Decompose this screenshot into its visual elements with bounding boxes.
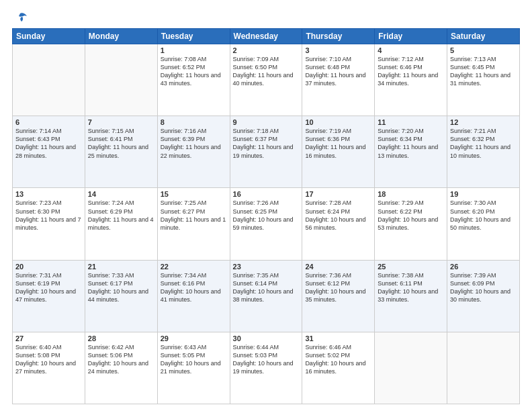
calendar-cell bbox=[375, 332, 447, 404]
header-thursday: Thursday bbox=[302, 29, 375, 44]
day-number: 24 bbox=[305, 263, 371, 271]
day-info: Sunrise: 7:25 AM Sunset: 6:27 PM Dayligh… bbox=[161, 199, 227, 232]
day-info: Sunrise: 7:36 AM Sunset: 6:12 PM Dayligh… bbox=[305, 271, 371, 304]
calendar-cell: 28Sunrise: 6:42 AM Sunset: 5:06 PM Dayli… bbox=[85, 332, 157, 404]
day-number: 20 bbox=[15, 263, 82, 271]
header-sunday: Sunday bbox=[13, 29, 85, 44]
day-number: 22 bbox=[161, 263, 227, 271]
day-info: Sunrise: 7:23 AM Sunset: 6:30 PM Dayligh… bbox=[15, 199, 82, 232]
day-info: Sunrise: 7:38 AM Sunset: 6:11 PM Dayligh… bbox=[378, 271, 444, 304]
calendar-cell: 19Sunrise: 7:30 AM Sunset: 6:20 PM Dayli… bbox=[447, 188, 520, 260]
day-number: 26 bbox=[450, 263, 517, 271]
calendar-cell: 17Sunrise: 7:28 AM Sunset: 6:24 PM Dayli… bbox=[302, 188, 375, 260]
day-info: Sunrise: 7:30 AM Sunset: 6:20 PM Dayligh… bbox=[450, 199, 517, 232]
calendar-cell: 20Sunrise: 7:31 AM Sunset: 6:19 PM Dayli… bbox=[13, 260, 85, 332]
day-number: 30 bbox=[233, 334, 300, 342]
calendar-cell: 26Sunrise: 7:39 AM Sunset: 6:09 PM Dayli… bbox=[447, 260, 520, 332]
calendar-cell: 25Sunrise: 7:38 AM Sunset: 6:11 PM Dayli… bbox=[375, 260, 447, 332]
day-number: 1 bbox=[161, 46, 227, 54]
day-info: Sunrise: 7:13 AM Sunset: 6:45 PM Dayligh… bbox=[450, 55, 517, 88]
calendar-week-row: 27Sunrise: 6:40 AM Sunset: 5:08 PM Dayli… bbox=[13, 332, 520, 404]
day-number: 25 bbox=[378, 263, 444, 271]
calendar-week-row: 13Sunrise: 7:23 AM Sunset: 6:30 PM Dayli… bbox=[13, 188, 520, 260]
day-info: Sunrise: 7:26 AM Sunset: 6:25 PM Dayligh… bbox=[233, 199, 300, 232]
calendar-cell: 21Sunrise: 7:33 AM Sunset: 6:17 PM Dayli… bbox=[85, 260, 157, 332]
day-info: Sunrise: 6:42 AM Sunset: 5:06 PM Dayligh… bbox=[88, 343, 154, 376]
day-info: Sunrise: 7:12 AM Sunset: 6:46 PM Dayligh… bbox=[378, 55, 444, 88]
calendar-cell: 15Sunrise: 7:25 AM Sunset: 6:27 PM Dayli… bbox=[157, 188, 230, 260]
calendar-cell: 7Sunrise: 7:15 AM Sunset: 6:41 PM Daylig… bbox=[85, 116, 157, 188]
calendar-cell: 16Sunrise: 7:26 AM Sunset: 6:25 PM Dayli… bbox=[230, 188, 302, 260]
day-info: Sunrise: 7:34 AM Sunset: 6:16 PM Dayligh… bbox=[161, 271, 227, 304]
calendar-cell: 22Sunrise: 7:34 AM Sunset: 6:16 PM Dayli… bbox=[157, 260, 230, 332]
day-number: 14 bbox=[88, 190, 154, 198]
day-info: Sunrise: 6:46 AM Sunset: 5:02 PM Dayligh… bbox=[305, 343, 371, 376]
day-info: Sunrise: 6:40 AM Sunset: 5:08 PM Dayligh… bbox=[15, 343, 82, 376]
day-number: 15 bbox=[161, 190, 227, 198]
calendar-cell: 1Sunrise: 7:08 AM Sunset: 6:52 PM Daylig… bbox=[157, 44, 230, 116]
calendar-cell: 31Sunrise: 6:46 AM Sunset: 5:02 PM Dayli… bbox=[302, 332, 375, 404]
day-number: 16 bbox=[233, 190, 300, 198]
day-info: Sunrise: 7:14 AM Sunset: 6:43 PM Dayligh… bbox=[15, 127, 82, 160]
calendar-cell: 29Sunrise: 6:43 AM Sunset: 5:05 PM Dayli… bbox=[157, 332, 230, 404]
calendar-cell: 2Sunrise: 7:09 AM Sunset: 6:50 PM Daylig… bbox=[230, 44, 302, 116]
calendar-week-row: 6Sunrise: 7:14 AM Sunset: 6:43 PM Daylig… bbox=[13, 116, 520, 188]
day-info: Sunrise: 6:44 AM Sunset: 5:03 PM Dayligh… bbox=[233, 343, 300, 376]
calendar-cell: 23Sunrise: 7:35 AM Sunset: 6:14 PM Dayli… bbox=[230, 260, 302, 332]
day-number: 23 bbox=[233, 263, 300, 271]
day-info: Sunrise: 7:31 AM Sunset: 6:19 PM Dayligh… bbox=[15, 271, 82, 304]
day-info: Sunrise: 7:28 AM Sunset: 6:24 PM Dayligh… bbox=[305, 199, 371, 232]
calendar-cell: 5Sunrise: 7:13 AM Sunset: 6:45 PM Daylig… bbox=[447, 44, 520, 116]
calendar-cell: 6Sunrise: 7:14 AM Sunset: 6:43 PM Daylig… bbox=[13, 116, 85, 188]
day-number: 29 bbox=[161, 334, 227, 342]
weekday-header-row: Sunday Monday Tuesday Wednesday Thursday… bbox=[13, 29, 520, 44]
header-friday: Friday bbox=[375, 29, 447, 44]
day-number: 18 bbox=[378, 190, 444, 198]
calendar-cell: 12Sunrise: 7:21 AM Sunset: 6:32 PM Dayli… bbox=[447, 116, 520, 188]
day-info: Sunrise: 7:35 AM Sunset: 6:14 PM Dayligh… bbox=[233, 271, 300, 304]
header-tuesday: Tuesday bbox=[157, 29, 230, 44]
logo-bird-icon bbox=[13, 12, 28, 26]
calendar-cell: 8Sunrise: 7:16 AM Sunset: 6:39 PM Daylig… bbox=[157, 116, 230, 188]
calendar-cell: 18Sunrise: 7:29 AM Sunset: 6:22 PM Dayli… bbox=[375, 188, 447, 260]
day-info: Sunrise: 7:18 AM Sunset: 6:37 PM Dayligh… bbox=[233, 127, 300, 160]
calendar-cell bbox=[447, 332, 520, 404]
calendar-week-row: 20Sunrise: 7:31 AM Sunset: 6:19 PM Dayli… bbox=[13, 260, 520, 332]
calendar-cell: 27Sunrise: 6:40 AM Sunset: 5:08 PM Dayli… bbox=[13, 332, 85, 404]
day-number: 4 bbox=[378, 46, 444, 54]
day-info: Sunrise: 7:19 AM Sunset: 6:36 PM Dayligh… bbox=[305, 127, 371, 160]
day-info: Sunrise: 7:15 AM Sunset: 6:41 PM Dayligh… bbox=[88, 127, 154, 160]
logo bbox=[12, 12, 28, 23]
header-wednesday: Wednesday bbox=[230, 29, 302, 44]
day-info: Sunrise: 7:24 AM Sunset: 6:29 PM Dayligh… bbox=[88, 199, 154, 232]
day-number: 31 bbox=[305, 334, 371, 342]
calendar-table: Sunday Monday Tuesday Wednesday Thursday… bbox=[12, 28, 520, 404]
day-number: 17 bbox=[305, 190, 371, 198]
calendar-cell: 24Sunrise: 7:36 AM Sunset: 6:12 PM Dayli… bbox=[302, 260, 375, 332]
day-number: 27 bbox=[15, 334, 82, 342]
header bbox=[12, 12, 520, 23]
calendar-cell: 10Sunrise: 7:19 AM Sunset: 6:36 PM Dayli… bbox=[302, 116, 375, 188]
day-info: Sunrise: 7:10 AM Sunset: 6:48 PM Dayligh… bbox=[305, 55, 371, 88]
day-number: 7 bbox=[88, 118, 154, 126]
calendar-cell: 30Sunrise: 6:44 AM Sunset: 5:03 PM Dayli… bbox=[230, 332, 302, 404]
day-info: Sunrise: 6:43 AM Sunset: 5:05 PM Dayligh… bbox=[161, 343, 227, 376]
calendar-cell: 4Sunrise: 7:12 AM Sunset: 6:46 PM Daylig… bbox=[375, 44, 447, 116]
day-number: 13 bbox=[15, 190, 82, 198]
day-info: Sunrise: 7:08 AM Sunset: 6:52 PM Dayligh… bbox=[161, 55, 227, 88]
day-number: 6 bbox=[15, 118, 82, 126]
calendar-cell: 11Sunrise: 7:20 AM Sunset: 6:34 PM Dayli… bbox=[375, 116, 447, 188]
day-number: 10 bbox=[305, 118, 371, 126]
calendar-cell: 13Sunrise: 7:23 AM Sunset: 6:30 PM Dayli… bbox=[13, 188, 85, 260]
day-number: 11 bbox=[378, 118, 444, 126]
day-info: Sunrise: 7:09 AM Sunset: 6:50 PM Dayligh… bbox=[233, 55, 300, 88]
day-number: 9 bbox=[233, 118, 300, 126]
day-number: 3 bbox=[305, 46, 371, 54]
calendar-week-row: 1Sunrise: 7:08 AM Sunset: 6:52 PM Daylig… bbox=[13, 44, 520, 116]
header-saturday: Saturday bbox=[447, 29, 520, 44]
calendar-cell: 9Sunrise: 7:18 AM Sunset: 6:37 PM Daylig… bbox=[230, 116, 302, 188]
day-number: 12 bbox=[450, 118, 517, 126]
header-monday: Monday bbox=[85, 29, 157, 44]
day-number: 8 bbox=[161, 118, 227, 126]
day-info: Sunrise: 7:29 AM Sunset: 6:22 PM Dayligh… bbox=[378, 199, 444, 232]
